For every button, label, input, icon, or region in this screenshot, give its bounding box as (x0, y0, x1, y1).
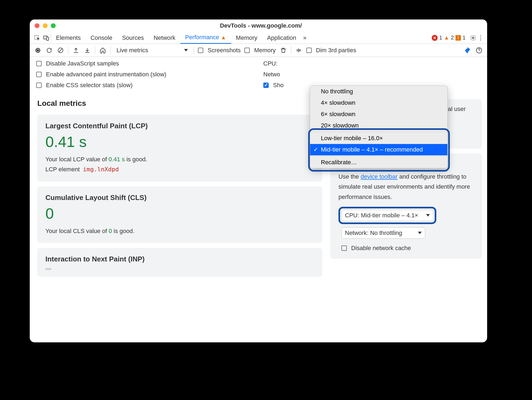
dropdown-separator (310, 132, 447, 132)
settings-icon[interactable] (469, 34, 477, 42)
minimize-window-button[interactable] (43, 23, 48, 28)
lcp-card: Largest Contentful Paint (LCP) 0.41 s Yo… (37, 115, 322, 182)
error-count: 1 (439, 35, 442, 41)
dim-label: Dim 3rd parties (316, 47, 356, 54)
disable-js-label: Disable JavaScript samples (46, 60, 119, 67)
chevron-down-icon (184, 49, 188, 51)
device-toolbar-icon[interactable] (42, 34, 51, 42)
issue-count: 1 (463, 35, 466, 41)
throttle-option-4x[interactable]: 4× slowdown (310, 97, 447, 109)
cpu-select-highlight: CPU: Mid-tier mobile – 4.1× (338, 207, 436, 224)
cpu-throttle-row: CPU: (263, 60, 284, 67)
capture-settings-icon[interactable] (464, 47, 471, 54)
gc-icon[interactable] (280, 47, 287, 54)
throttle-option-mid-tier[interactable]: Mid-tier mobile – 4.1× – recommended (310, 144, 447, 155)
inspect-icon[interactable] (32, 34, 42, 42)
throttle-option-6x[interactable]: 6× slowdown (310, 109, 447, 120)
warning-icon: ▲ (221, 34, 226, 41)
screenshots-checkbox[interactable]: Screenshots (198, 47, 241, 54)
disable-cache-checkbox[interactable]: Disable network cache (341, 245, 474, 252)
shortcuts-icon[interactable] (295, 47, 302, 54)
tab-application[interactable]: Application (262, 32, 301, 44)
dim-checkbox[interactable]: Dim 3rd parties (306, 47, 356, 54)
svg-rect-2 (46, 37, 49, 40)
history-select-label: Live metrics (117, 47, 148, 54)
memory-checkbox[interactable]: Memory (244, 47, 275, 54)
tab-performance-label: Performance (185, 34, 219, 41)
reload-record-button[interactable] (45, 47, 53, 54)
close-window-button[interactable] (35, 23, 39, 28)
cpu-throttle-select[interactable]: CPU: Mid-tier mobile – 4.1× (341, 210, 433, 221)
titlebar: DevTools - www.google.com/ (30, 19, 487, 32)
history-select[interactable]: Live metrics (114, 46, 190, 55)
divider (110, 47, 111, 54)
tab-network[interactable]: Network (149, 32, 180, 44)
window-title: DevTools - www.google.com/ (59, 22, 463, 29)
clear-button[interactable] (57, 47, 64, 54)
help-icon[interactable] (475, 47, 483, 54)
traffic-lights (35, 23, 56, 28)
cls-title: Cumulative Layout Shift (CLS) (45, 194, 314, 202)
disable-js-checkbox[interactable]: Disable JavaScript samples (36, 60, 242, 67)
lcp-element-value[interactable]: img.lnXdpd (83, 166, 119, 173)
network-throttle-row: Netwo (263, 71, 284, 78)
tab-sources[interactable]: Sources (117, 32, 149, 44)
disable-cache-label: Disable network cache (351, 245, 411, 252)
show-checkbox[interactable]: Sho (263, 82, 284, 89)
devtools-window: DevTools - www.google.com/ Elements Cons… (30, 19, 487, 342)
cls-description: Your local CLS value of 0 is good. (45, 226, 314, 236)
inp-card: Interaction to Next Paint (INP) (37, 248, 322, 277)
upload-icon[interactable] (72, 47, 80, 54)
performance-toolbar: Live metrics Screenshots Memory Dim 3rd … (30, 44, 487, 57)
panel-tabs: Elements Console Sources Network Perform… (30, 32, 487, 44)
lcp-element-row: LCP element img.lnXdpd (45, 164, 314, 174)
lcp-description: Your local LCP value of 0.41 s is good. (45, 154, 314, 164)
tab-console[interactable]: Console (86, 32, 117, 44)
css-stats-label: Enable CSS selector stats (slow) (46, 82, 132, 89)
download-icon[interactable] (84, 47, 91, 54)
screenshots-label: Screenshots (208, 47, 241, 54)
lcp-value: 0.41 s (45, 133, 314, 150)
inp-title: Interaction to Next Paint (INP) (45, 255, 314, 263)
lcp-element-label: LCP element (45, 166, 80, 173)
tab-performance[interactable]: Performance ▲ (180, 32, 231, 44)
throttle-option-none[interactable]: No throttling (310, 86, 447, 97)
css-stats-checkbox[interactable]: Enable CSS selector stats (slow) (36, 82, 242, 89)
memory-label: Memory (254, 47, 275, 54)
cpu-throttle-dropdown: No throttling 4× slowdown 6× slowdown 20… (310, 86, 448, 168)
kebab-menu-icon[interactable]: ⋮ (477, 34, 484, 42)
throttle-option-20x[interactable]: 20× slowdown (310, 120, 447, 131)
dropdown-separator (310, 156, 447, 156)
cls-value: 0 (45, 205, 314, 222)
throttle-option-low-tier[interactable]: Low-tier mobile – 16.0× (310, 133, 447, 144)
network-select-label: Network: No throttling (345, 229, 402, 237)
lcp-title: Largest Contentful Paint (LCP) (45, 122, 314, 130)
home-icon[interactable] (99, 47, 107, 54)
issue-badge-icon: ! (455, 35, 461, 41)
warning-count: 2 (451, 35, 454, 41)
env-text: Use the device toolbar and configure thr… (338, 172, 474, 202)
throttle-option-recalibrate[interactable]: Recalibrate… (310, 157, 447, 168)
local-metrics-column: Local metrics Largest Contentful Paint (… (37, 99, 322, 337)
zoom-window-button[interactable] (51, 23, 56, 28)
network-throttle-select[interactable]: Network: No throttling (341, 227, 425, 239)
chevron-down-icon (418, 232, 422, 234)
inp-placeholder (45, 268, 51, 270)
divider (95, 47, 95, 54)
environment-settings-card: Environment settings Use the device tool… (330, 153, 482, 259)
error-badge-icon: ✕ (432, 35, 438, 41)
cpu-select-label: CPU: Mid-tier mobile – 4.1× (345, 212, 418, 219)
chevron-down-icon (426, 214, 430, 217)
console-badges[interactable]: ✕1 ▲2 !1 (432, 35, 466, 41)
more-tabs-icon[interactable]: » (301, 34, 309, 42)
warning-badge-icon: ▲ (444, 35, 449, 41)
advanced-paint-checkbox[interactable]: Enable advanced paint instrumentation (s… (36, 71, 242, 78)
svg-point-3 (472, 37, 474, 39)
divider (194, 47, 194, 54)
divider (68, 47, 68, 54)
advanced-paint-label: Enable advanced paint instrumentation (s… (46, 71, 166, 78)
tab-elements[interactable]: Elements (51, 32, 86, 44)
record-button[interactable] (34, 47, 42, 54)
device-toolbar-link[interactable]: device toolbar (361, 173, 398, 180)
tab-memory[interactable]: Memory (231, 32, 262, 44)
